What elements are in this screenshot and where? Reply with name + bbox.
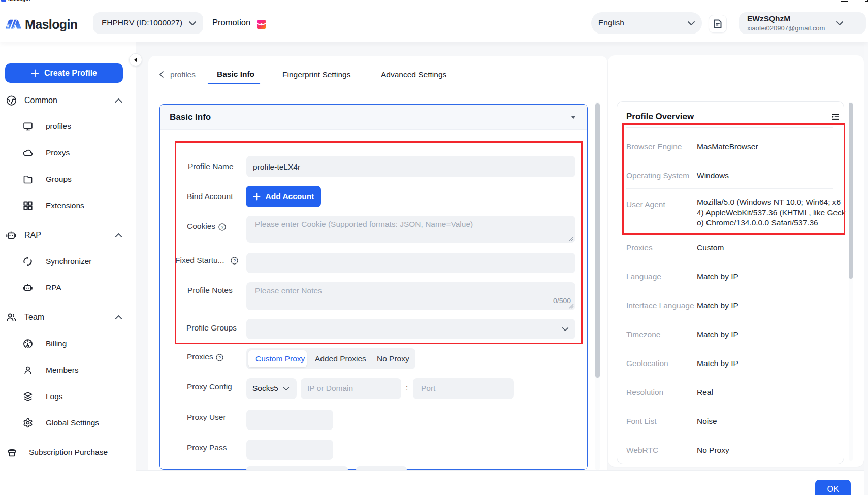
svg-text:?: ? [233, 258, 236, 263]
svg-text:?: ? [218, 355, 221, 360]
svg-text:?: ? [221, 225, 223, 230]
